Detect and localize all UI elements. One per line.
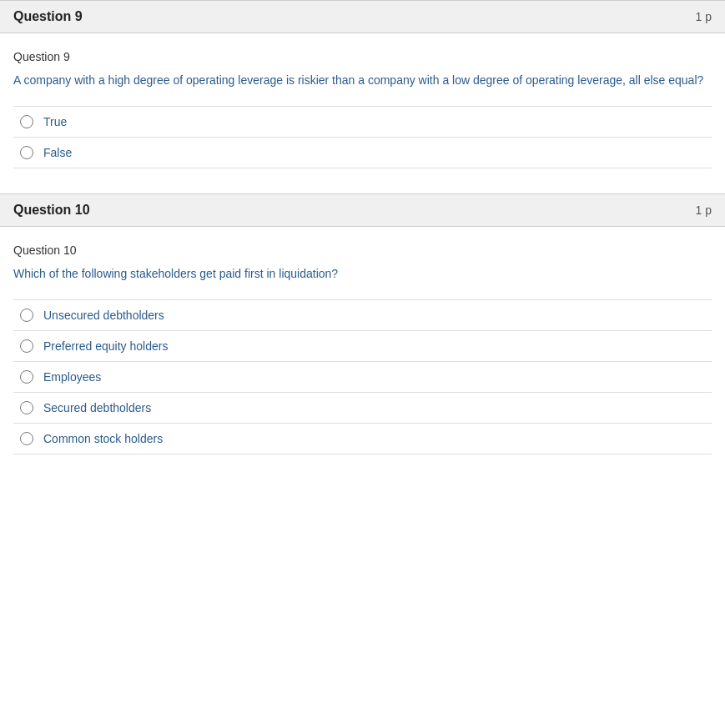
question-9-text: A company with a high degree of operatin…: [13, 72, 712, 89]
question-10-body: Question 10 Which of the following stake…: [0, 227, 725, 463]
question-9-radio-true[interactable]: [20, 115, 33, 128]
question-9-title: Question 9: [13, 9, 83, 24]
question-10-radio-b[interactable]: [20, 339, 33, 353]
question-9-header: Question 9 1 p: [0, 0, 725, 33]
question-9-body: Question 9 A company with a high degree …: [0, 33, 725, 177]
question-10-header: Question 10 1 p: [0, 193, 725, 227]
question-9-options: True False: [13, 106, 712, 168]
question-10-option-b[interactable]: Preferred equity holders: [13, 330, 712, 361]
question-10-option-c-label: Employees: [43, 370, 101, 384]
question-10-radio-a[interactable]: [20, 309, 33, 322]
question-10-options: Unsecured debtholders Preferred equity h…: [13, 299, 712, 454]
question-10-text: Which of the following stakeholders get …: [13, 265, 712, 283]
question-9-section: Question 9 1 p Question 9 A company with…: [0, 0, 725, 193]
question-10-section: Question 10 1 p Question 10 Which of the…: [0, 193, 725, 463]
question-9-option-true-label: True: [43, 115, 67, 128]
question-10-points: 1 p: [696, 203, 712, 217]
question-10-option-a[interactable]: Unsecured debtholders: [13, 299, 712, 330]
question-9-radio-false[interactable]: [20, 146, 33, 159]
question-10-option-b-label: Preferred equity holders: [43, 339, 168, 353]
question-9-option-true[interactable]: True: [13, 106, 712, 137]
question-9-points: 1 p: [696, 10, 712, 23]
question-10-label: Question 10: [13, 244, 712, 257]
question-10-option-e-label: Common stock holders: [43, 432, 163, 445]
question-10-option-c[interactable]: Employees: [13, 361, 712, 392]
question-9-option-false-label: False: [43, 146, 72, 159]
question-10-radio-e[interactable]: [20, 432, 33, 445]
question-9-option-false[interactable]: False: [13, 137, 712, 168]
question-10-title: Question 10: [13, 203, 90, 218]
question-10-radio-c[interactable]: [20, 370, 33, 384]
question-10-option-d-label: Secured debtholders: [43, 401, 151, 414]
section-divider-1: [0, 177, 725, 193]
question-10-radio-d[interactable]: [20, 401, 33, 414]
question-9-label: Question 9: [13, 50, 712, 63]
question-10-option-e[interactable]: Common stock holders: [13, 423, 712, 454]
question-10-option-d[interactable]: Secured debtholders: [13, 392, 712, 423]
question-10-option-a-label: Unsecured debtholders: [43, 309, 164, 322]
